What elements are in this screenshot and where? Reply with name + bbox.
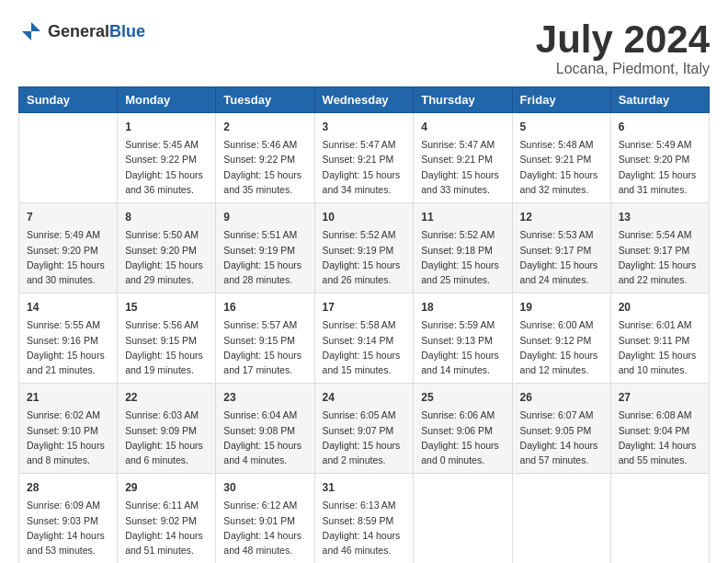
page-header: GeneralBlue July 2024 Locana, Piedmont, …: [18, 18, 710, 77]
day-info: Sunrise: 5:58 AMSunset: 9:14 PMDaylight:…: [323, 317, 406, 377]
day-number: 2: [223, 119, 306, 135]
day-info: Sunrise: 5:56 AMSunset: 9:15 PMDaylight:…: [125, 317, 208, 377]
day-number: 9: [223, 209, 306, 225]
calendar-cell: 8Sunrise: 5:50 AMSunset: 9:20 PMDaylight…: [118, 203, 216, 293]
calendar-cell: 18Sunrise: 5:59 AMSunset: 9:13 PMDayligh…: [414, 293, 512, 384]
calendar-cell: 4Sunrise: 5:47 AMSunset: 9:21 PMDaylight…: [414, 113, 512, 203]
calendar-cell: 15Sunrise: 5:56 AMSunset: 9:15 PMDayligh…: [118, 293, 216, 384]
day-number: 17: [323, 299, 406, 316]
day-number: 15: [125, 299, 208, 316]
day-info: Sunrise: 5:49 AMSunset: 9:20 PMDaylight:…: [619, 137, 701, 197]
day-number: 24: [323, 389, 406, 406]
calendar-week-row: 28Sunrise: 6:09 AMSunset: 9:03 PMDayligh…: [19, 474, 710, 563]
calendar-week-row: 14Sunrise: 5:55 AMSunset: 9:16 PMDayligh…: [19, 293, 710, 384]
calendar-cell: 19Sunrise: 6:00 AMSunset: 9:12 PMDayligh…: [512, 293, 610, 384]
svg-marker-1: [22, 31, 31, 40]
calendar-cell: 5Sunrise: 5:48 AMSunset: 9:21 PMDaylight…: [512, 113, 610, 203]
day-info: Sunrise: 5:55 AMSunset: 9:16 PMDaylight:…: [27, 317, 109, 377]
day-number: 18: [421, 299, 504, 316]
weekday-header-monday: Monday: [118, 87, 216, 113]
calendar-cell: [512, 474, 610, 563]
day-info: Sunrise: 6:11 AMSunset: 9:02 PMDaylight:…: [125, 498, 208, 557]
day-info: Sunrise: 6:03 AMSunset: 9:09 PMDaylight:…: [125, 408, 208, 467]
day-number: 25: [421, 389, 504, 406]
day-info: Sunrise: 6:01 AMSunset: 9:11 PMDaylight:…: [619, 317, 701, 377]
weekday-header-saturday: Saturday: [610, 87, 709, 113]
calendar-table: SundayMondayTuesdayWednesdayThursdayFrid…: [18, 86, 710, 563]
day-number: 29: [125, 479, 208, 496]
calendar-cell: 7Sunrise: 5:49 AMSunset: 9:20 PMDaylight…: [19, 203, 118, 293]
day-info: Sunrise: 5:52 AMSunset: 9:19 PMDaylight:…: [323, 227, 406, 287]
calendar-cell: 29Sunrise: 6:11 AMSunset: 9:02 PMDayligh…: [118, 474, 216, 563]
day-info: Sunrise: 5:48 AMSunset: 9:21 PMDaylight:…: [520, 137, 603, 197]
day-info: Sunrise: 5:59 AMSunset: 9:13 PMDaylight:…: [421, 317, 504, 377]
calendar-header-row: SundayMondayTuesdayWednesdayThursdayFrid…: [19, 87, 710, 113]
day-number: 11: [421, 209, 504, 225]
calendar-cell: [610, 474, 709, 563]
calendar-cell: 11Sunrise: 5:52 AMSunset: 9:18 PMDayligh…: [414, 203, 512, 293]
day-info: Sunrise: 5:50 AMSunset: 9:20 PMDaylight:…: [125, 227, 208, 287]
day-info: Sunrise: 5:46 AMSunset: 9:22 PMDaylight:…: [223, 137, 306, 197]
calendar-cell: 12Sunrise: 5:53 AMSunset: 9:17 PMDayligh…: [512, 203, 610, 293]
calendar-week-row: 1Sunrise: 5:45 AMSunset: 9:22 PMDaylight…: [19, 113, 710, 203]
day-info: Sunrise: 5:54 AMSunset: 9:17 PMDaylight:…: [619, 227, 701, 287]
location: Locana, Piedmont, Italy: [536, 61, 710, 77]
month-title: July 2024: [536, 18, 710, 61]
calendar-cell: 25Sunrise: 6:06 AMSunset: 9:06 PMDayligh…: [414, 384, 512, 474]
day-info: Sunrise: 5:47 AMSunset: 9:21 PMDaylight:…: [323, 137, 406, 197]
weekday-header-thursday: Thursday: [414, 87, 512, 113]
day-info: Sunrise: 6:04 AMSunset: 9:08 PMDaylight:…: [223, 408, 306, 467]
day-number: 23: [223, 389, 306, 406]
day-number: 21: [27, 389, 109, 406]
day-number: 16: [223, 299, 306, 316]
day-number: 3: [323, 119, 406, 135]
day-info: Sunrise: 5:57 AMSunset: 9:15 PMDaylight:…: [223, 317, 306, 377]
day-info: Sunrise: 5:47 AMSunset: 9:21 PMDaylight:…: [421, 137, 504, 197]
calendar-cell: 28Sunrise: 6:09 AMSunset: 9:03 PMDayligh…: [19, 474, 118, 563]
day-info: Sunrise: 6:13 AMSunset: 8:59 PMDaylight:…: [323, 498, 406, 557]
svg-marker-0: [31, 22, 40, 31]
day-info: Sunrise: 5:49 AMSunset: 9:20 PMDaylight:…: [27, 227, 109, 287]
logo: GeneralBlue: [18, 18, 145, 44]
day-info: Sunrise: 6:12 AMSunset: 9:01 PMDaylight:…: [223, 498, 306, 557]
calendar-cell: 9Sunrise: 5:51 AMSunset: 9:19 PMDaylight…: [216, 203, 314, 293]
day-info: Sunrise: 6:09 AMSunset: 9:03 PMDaylight:…: [27, 498, 109, 557]
calendar-cell: 6Sunrise: 5:49 AMSunset: 9:20 PMDaylight…: [610, 113, 709, 203]
day-number: 19: [520, 299, 603, 316]
day-info: Sunrise: 5:51 AMSunset: 9:19 PMDaylight:…: [223, 227, 306, 287]
day-number: 10: [323, 209, 406, 225]
calendar-cell: 22Sunrise: 6:03 AMSunset: 9:09 PMDayligh…: [118, 384, 216, 474]
calendar-cell: 3Sunrise: 5:47 AMSunset: 9:21 PMDaylight…: [314, 113, 414, 203]
day-number: 20: [619, 299, 701, 316]
calendar-cell: 13Sunrise: 5:54 AMSunset: 9:17 PMDayligh…: [610, 203, 709, 293]
calendar-cell: 31Sunrise: 6:13 AMSunset: 8:59 PMDayligh…: [314, 474, 414, 563]
weekday-header-friday: Friday: [512, 87, 610, 113]
logo-text-general: General: [48, 22, 109, 40]
day-info: Sunrise: 6:06 AMSunset: 9:06 PMDaylight:…: [421, 408, 504, 467]
day-number: 30: [223, 479, 306, 496]
day-info: Sunrise: 6:07 AMSunset: 9:05 PMDaylight:…: [520, 408, 603, 467]
day-number: 12: [520, 209, 603, 225]
calendar-cell: 10Sunrise: 5:52 AMSunset: 9:19 PMDayligh…: [314, 203, 414, 293]
logo-icon: [18, 18, 44, 44]
calendar-cell: 17Sunrise: 5:58 AMSunset: 9:14 PMDayligh…: [314, 293, 414, 384]
day-number: 4: [421, 119, 504, 135]
calendar-cell: 26Sunrise: 6:07 AMSunset: 9:05 PMDayligh…: [512, 384, 610, 474]
calendar-cell: 21Sunrise: 6:02 AMSunset: 9:10 PMDayligh…: [19, 384, 118, 474]
calendar-cell: 16Sunrise: 5:57 AMSunset: 9:15 PMDayligh…: [216, 293, 314, 384]
calendar-week-row: 21Sunrise: 6:02 AMSunset: 9:10 PMDayligh…: [19, 384, 710, 474]
calendar-cell: 2Sunrise: 5:46 AMSunset: 9:22 PMDaylight…: [216, 113, 314, 203]
day-number: 27: [619, 389, 701, 406]
day-number: 8: [125, 209, 208, 225]
day-number: 31: [323, 479, 406, 496]
day-number: 1: [125, 119, 208, 135]
logo-text-blue: Blue: [109, 22, 145, 40]
calendar-cell: 27Sunrise: 6:08 AMSunset: 9:04 PMDayligh…: [610, 384, 709, 474]
calendar-cell: 30Sunrise: 6:12 AMSunset: 9:01 PMDayligh…: [216, 474, 314, 563]
calendar-cell: 1Sunrise: 5:45 AMSunset: 9:22 PMDaylight…: [118, 113, 216, 203]
calendar-cell: 20Sunrise: 6:01 AMSunset: 9:11 PMDayligh…: [610, 293, 709, 384]
weekday-header-tuesday: Tuesday: [216, 87, 314, 113]
calendar-cell: [19, 113, 118, 203]
day-info: Sunrise: 6:02 AMSunset: 9:10 PMDaylight:…: [27, 408, 109, 467]
day-number: 6: [619, 119, 701, 135]
